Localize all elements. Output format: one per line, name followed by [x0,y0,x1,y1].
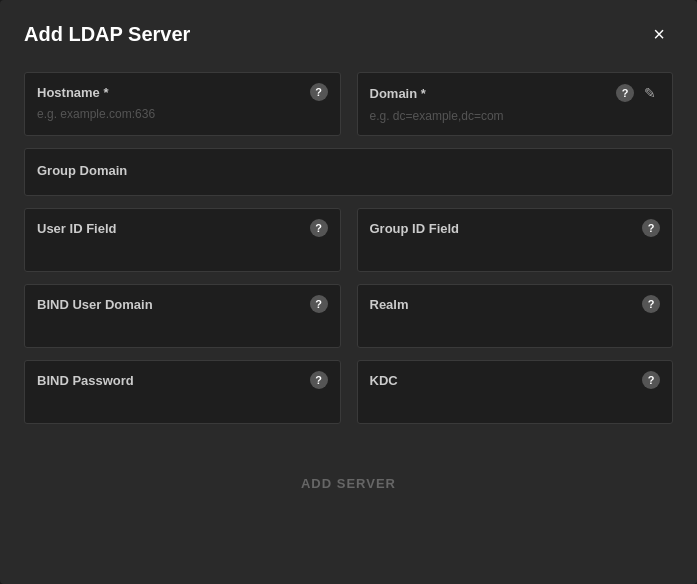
bind-user-domain-help-icon[interactable]: ? [310,295,328,313]
hostname-icons: ? [310,83,328,101]
kdc-help-icon[interactable]: ? [642,371,660,389]
realm-icons: ? [642,295,660,313]
kdc-icons: ? [642,371,660,389]
dialog-title: Add LDAP Server [24,23,190,46]
group-id-icons: ? [642,219,660,237]
hostname-field: Hostname * ? e.g. example.com:636 [24,72,341,136]
kdc-label: KDC [370,373,398,388]
bind-user-domain-field: BIND User Domain ? [24,284,341,348]
hostname-placeholder: e.g. example.com:636 [37,107,328,121]
add-server-button[interactable]: ADD SERVER [301,476,396,491]
bind-realm-row: BIND User Domain ? Realm ? [24,284,673,348]
realm-field-header: Realm ? [370,295,661,313]
user-id-icons: ? [310,219,328,237]
realm-label: Realm [370,297,409,312]
domain-field-header: Domain * ? ✎ [370,83,661,103]
kdc-field-header: KDC ? [370,371,661,389]
hostname-label: Hostname * [37,85,109,100]
close-button[interactable]: × [645,20,673,48]
bind-user-domain-header: BIND User Domain ? [37,295,328,313]
user-id-field: User ID Field ? [24,208,341,272]
user-id-field-header: User ID Field ? [37,219,328,237]
group-id-field: Group ID Field ? [357,208,674,272]
bind-password-label: BIND Password [37,373,134,388]
group-id-field-header: Group ID Field ? [370,219,661,237]
domain-icons: ? ✎ [616,83,660,103]
domain-placeholder: e.g. dc=example,dc=com [370,109,661,123]
group-id-label: Group ID Field [370,221,460,236]
domain-help-icon[interactable]: ? [616,84,634,102]
group-domain-label: Group Domain [37,163,127,178]
bind-password-field: BIND Password ? [24,360,341,424]
hostname-field-header: Hostname * ? [37,83,328,101]
group-id-help-icon[interactable]: ? [642,219,660,237]
user-group-id-row: User ID Field ? Group ID Field ? [24,208,673,272]
domain-label: Domain * [370,86,426,101]
dialog-body: Hostname * ? e.g. example.com:636 Domain… [0,64,697,460]
user-id-label: User ID Field [37,221,116,236]
user-id-help-icon[interactable]: ? [310,219,328,237]
domain-field: Domain * ? ✎ e.g. dc=example,dc=com [357,72,674,136]
bind-user-domain-label: BIND User Domain [37,297,153,312]
group-domain-field: Group Domain [24,148,673,196]
bind-password-icons: ? [310,371,328,389]
bind-password-header: BIND Password ? [37,371,328,389]
add-ldap-dialog: Add LDAP Server × Hostname * ? e.g. exam… [0,0,697,584]
kdc-field: KDC ? [357,360,674,424]
hostname-domain-row: Hostname * ? e.g. example.com:636 Domain… [24,72,673,136]
dialog-footer: ADD SERVER [0,460,697,515]
domain-edit-icon[interactable]: ✎ [640,83,660,103]
bind-password-kdc-row: BIND Password ? KDC ? [24,360,673,424]
group-domain-row: Group Domain [24,148,673,196]
hostname-help-icon[interactable]: ? [310,83,328,101]
bind-user-domain-icons: ? [310,295,328,313]
realm-field: Realm ? [357,284,674,348]
dialog-header: Add LDAP Server × [0,0,697,64]
realm-help-icon[interactable]: ? [642,295,660,313]
bind-password-help-icon[interactable]: ? [310,371,328,389]
